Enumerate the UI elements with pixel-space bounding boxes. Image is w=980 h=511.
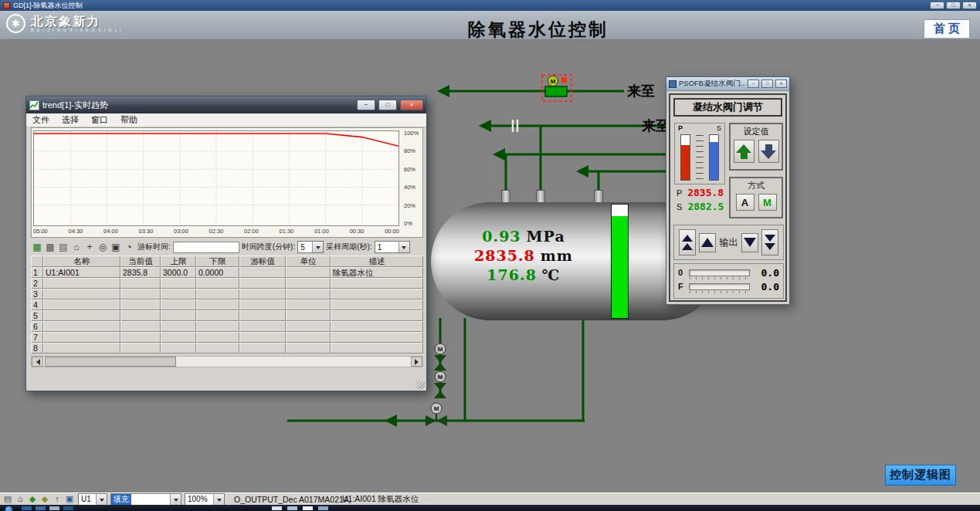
row-number: 7: [31, 332, 43, 343]
resize-grip[interactable]: [416, 381, 425, 389]
taskbar-icon[interactable]: [36, 506, 46, 510]
x-tick-label: 00:00: [385, 228, 399, 235]
minimize-button[interactable]: −: [930, 2, 944, 9]
snapshot-icon[interactable]: ▣: [110, 241, 122, 253]
setpoint-increase-button[interactable]: [734, 140, 754, 163]
mode-auto-button[interactable]: A: [736, 194, 754, 211]
drain-valve-1[interactable]: M: [434, 343, 446, 371]
table-cell: [239, 321, 286, 332]
x-tick-label: 01:30: [280, 228, 294, 235]
control-logic-button[interactable]: 控制逻辑图: [885, 465, 956, 486]
valve-close-button[interactable]: ×: [775, 80, 787, 88]
table-row[interactable]: 7: [31, 332, 423, 343]
timespan-select[interactable]: 5: [297, 241, 324, 253]
output-close-button[interactable]: [741, 233, 758, 252]
drain-valve-2[interactable]: M: [434, 371, 446, 398]
setpoint-decrease-button[interactable]: [758, 140, 779, 163]
trend-window-titlebar[interactable]: trend[1]-实时趋势 − □ ×: [26, 96, 426, 113]
unit-select[interactable]: U1: [78, 493, 107, 506]
x-tick-label: 02:00: [244, 228, 259, 235]
output-open-button[interactable]: [699, 233, 716, 252]
row-number-header: [31, 255, 43, 267]
row-number: 2: [31, 278, 43, 289]
menu-item[interactable]: 选择: [56, 114, 85, 126]
close-button[interactable]: ×: [962, 2, 977, 9]
table-row[interactable]: 2: [31, 278, 423, 289]
window-titlebar[interactable]: GD[1]-除氧器水位控制 − □ ×: [0, 0, 980, 11]
maximize-button[interactable]: □: [946, 2, 961, 9]
taskbar-icon[interactable]: [287, 506, 297, 510]
home-button[interactable]: 首 页: [924, 19, 970, 39]
menu-item[interactable]: 帮助: [114, 114, 144, 126]
scrollbar-track[interactable]: [43, 357, 411, 367]
outlet-valve[interactable]: M: [426, 403, 447, 426]
output-fast-close-button[interactable]: [761, 229, 778, 255]
table-row[interactable]: 5: [31, 310, 423, 321]
output-expression: O_OUTPUT_Dec A017MA021A;: [234, 495, 351, 504]
diamond-green-icon[interactable]: ◆: [27, 494, 38, 504]
condensate-inlet-valve[interactable]: M: [542, 75, 571, 101]
trend-close-button[interactable]: ×: [400, 100, 423, 110]
taskbar-icon[interactable]: [318, 506, 328, 510]
valve-control-window: PSOFB凝结水阀门... − □ × 凝结水阀门调节 P S 设定值: [666, 76, 790, 305]
table-cell: [196, 289, 239, 299]
output-slider[interactable]: [689, 269, 750, 276]
up-arrow-icon[interactable]: ↑: [52, 494, 63, 504]
table-row[interactable]: 1U1:AI0012835.83000.00.0000除氧器水位: [31, 267, 423, 278]
selected-tag-info: U1:AI001 除氧器水位: [342, 494, 419, 505]
trend-minimize-button[interactable]: −: [357, 100, 375, 110]
menu-item[interactable]: 窗口: [85, 114, 114, 126]
trend-window: trend[1]-实时趋势 − □ × 文件选择窗口帮助 100%80%60%4…: [25, 96, 427, 391]
x-tick-label: 00:30: [350, 228, 365, 235]
sample-period-select[interactable]: 1: [375, 241, 410, 253]
diamond-olive-icon[interactable]: ◆: [39, 494, 50, 504]
table-cell: [196, 310, 239, 321]
trend-x-axis: 05:0004:3004:0003:3003:0002:3002:0001:30…: [33, 228, 399, 235]
start-button[interactable]: [5, 506, 13, 511]
chart-style-icon[interactable]: ▩: [44, 241, 56, 253]
home-icon[interactable]: ⌂: [15, 494, 25, 504]
scroll-right-button[interactable]: [411, 357, 422, 367]
valve-window-titlebar[interactable]: PSOFB凝结水阀门... − □ ×: [666, 77, 789, 91]
pan-icon[interactable]: +: [83, 241, 96, 253]
scroll-left-button[interactable]: [32, 357, 43, 367]
mode-manual-button[interactable]: M: [758, 194, 777, 211]
save-icon[interactable]: ▣: [64, 494, 75, 504]
table-row[interactable]: 3: [31, 289, 423, 299]
menu-item[interactable]: 文件: [26, 114, 56, 126]
fill-mode-select[interactable]: 填充: [110, 493, 181, 506]
home-view-icon[interactable]: ⌂: [70, 241, 83, 253]
s-bar-fill: [710, 142, 718, 180]
zoom-icon[interactable]: ◎: [97, 241, 109, 253]
taskbar[interactable]: [0, 505, 980, 511]
page-icon[interactable]: ▤: [2, 494, 13, 504]
level-gauge: [611, 204, 629, 319]
table-row[interactable]: 4: [31, 299, 423, 310]
legend-icon[interactable]: ▤: [57, 241, 70, 253]
taskbar-icon[interactable]: [22, 506, 32, 510]
y-tick-label: 100%: [404, 130, 423, 136]
export-grid-icon[interactable]: ▦: [31, 241, 43, 253]
output-fast-open-button[interactable]: [679, 229, 696, 255]
statusbar-icons: ▤⌂◆◆↑▣: [2, 494, 75, 504]
valve-panel-title: 凝结水阀门调节: [673, 98, 782, 117]
table-row[interactable]: 6: [31, 321, 423, 332]
scrollbar-thumb[interactable]: [45, 357, 176, 367]
taskbar-icon[interactable]: [303, 506, 313, 510]
trend-maximize-button[interactable]: □: [378, 100, 397, 110]
motor-letter: M: [434, 405, 439, 412]
taskbar-icon[interactable]: [49, 506, 59, 510]
cursor-time-input[interactable]: [173, 242, 239, 253]
chevron-down-icon: [170, 494, 181, 505]
table-row[interactable]: 8: [31, 343, 423, 354]
trend-hscrollbar[interactable]: [31, 356, 423, 367]
feedback-slider[interactable]: [689, 283, 750, 290]
cursor-time-icon[interactable]: ◔: [123, 241, 135, 253]
valve-minimize-button[interactable]: −: [748, 80, 759, 88]
window-title: GD[1]-除氧器水位控制: [13, 1, 930, 11]
taskbar-icon[interactable]: [63, 506, 73, 510]
trend-table-header: 名称当前值上限下限游标值单位描述: [31, 255, 423, 267]
valve-maximize-button[interactable]: □: [761, 80, 773, 88]
zoom-select[interactable]: 100%: [185, 493, 225, 506]
taskbar-icon[interactable]: [272, 506, 282, 510]
